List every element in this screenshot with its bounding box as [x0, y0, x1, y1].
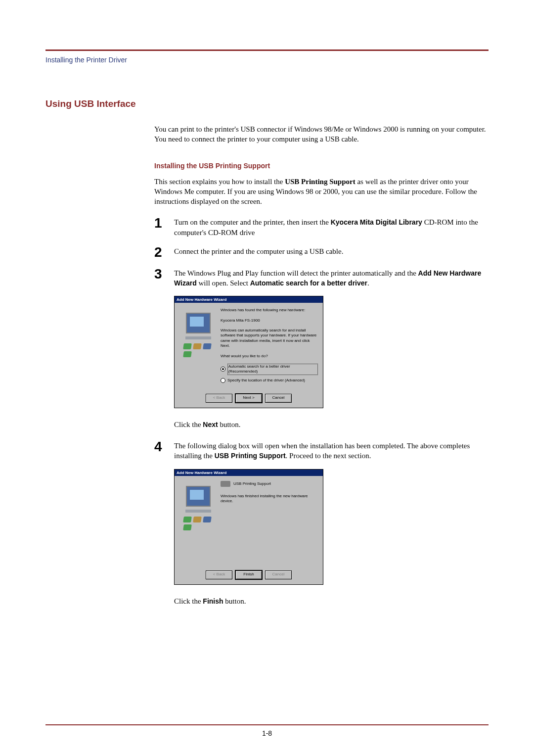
monitor-base-icon [185, 510, 211, 513]
back-button: < Back [206, 570, 232, 579]
page-number: 1-8 [0, 729, 534, 737]
dialog-content: USB Printing Support Windows has finishe… [221, 481, 318, 563]
disk-icon [193, 343, 202, 349]
disk-icon [183, 343, 192, 349]
cancel-button[interactable]: Cancel [265, 394, 292, 403]
text: This section explains you how to install… [154, 178, 285, 186]
step-3: 3 The Windows Plug and Play function wil… [154, 267, 489, 288]
step-text: Turn on the computer and the printer, th… [174, 217, 489, 237]
text: . [367, 279, 369, 287]
dialog-text: Windows has finished installing the new … [221, 494, 318, 504]
text: Turn on the computer and the printer, th… [174, 218, 331, 226]
text: button. [218, 421, 241, 428]
dialog-content: Windows has found the following new hard… [221, 308, 318, 386]
bold-text: Next [203, 421, 218, 428]
step-number: 3 [154, 267, 174, 281]
radio-icon [221, 378, 225, 383]
dialog-title: Add New Hardware Wizard [175, 470, 323, 476]
wizard-dialog-2: Add New Hardware Wizard USB Printing Sup… [174, 469, 323, 585]
back-button: < Back [206, 394, 232, 403]
radio-option-auto[interactable]: Automatic search for a better driver (Re… [221, 364, 318, 375]
step-number: 1 [154, 216, 174, 230]
bottom-rule [45, 724, 489, 725]
dialog-body: USB Printing Support Windows has finishe… [175, 476, 323, 567]
breadcrumb: Installing the Printer Driver [45, 56, 489, 64]
wizard-graphic [179, 308, 217, 386]
monitor-base-icon [185, 336, 211, 339]
finish-button[interactable]: Finish [235, 570, 262, 579]
disk-icon [183, 517, 192, 522]
bold-text: Kyocera Mita Digital Library [331, 218, 422, 226]
sub-heading: Installing the USB Printing Support [154, 162, 489, 170]
device-name: USB Printing Support [233, 481, 271, 486]
section-heading: Using USB Interface [45, 98, 489, 109]
wizard-graphic [179, 481, 217, 563]
radio-label: Specify the location of the driver (Adva… [227, 378, 305, 383]
top-rule [45, 49, 489, 51]
disk-icon [193, 517, 202, 522]
dialog-footer: < Back Finish Cancel [175, 567, 323, 584]
wizard-dialog-1: Add New Hardware Wizard Windows has foun… [174, 296, 323, 408]
radio-label: Automatic search for a better driver (Re… [227, 364, 318, 375]
next-button[interactable]: Next > [235, 394, 262, 403]
bold-text: Finish [203, 597, 223, 605]
monitor-icon [186, 313, 211, 333]
device-row: USB Printing Support [221, 481, 318, 487]
step-2: 2 Connect the printer and the computer u… [154, 245, 489, 259]
disks-icon-group [183, 517, 213, 530]
intro-paragraph: You can print to the printer's USB conne… [154, 124, 489, 144]
step-number: 4 [154, 440, 174, 454]
dialog-prompt: What would you like to do? [221, 354, 318, 359]
text: Click the [174, 597, 203, 605]
text: . Proceed to the next section. [286, 452, 371, 460]
disk-icon [183, 524, 192, 530]
disk-icon [183, 351, 192, 357]
page: Installing the Printer Driver Using USB … [0, 0, 534, 756]
step-text: Connect the printer and the computer usi… [174, 246, 343, 256]
step-text: The following dialog box will open when … [174, 441, 489, 461]
dialog-text: Windows has found the following new hard… [221, 308, 318, 313]
bold-text: Automatic search for a better driver [250, 279, 367, 287]
click-finish-instruction: Click the Finish button. [174, 597, 489, 606]
bold-text: USB Printing Support [285, 178, 356, 186]
monitor-icon [186, 486, 211, 507]
step-number: 2 [154, 245, 174, 259]
text: will open. Select [197, 279, 250, 287]
dialog-footer: < Back Next > Cancel [175, 390, 323, 408]
usb-device-icon [221, 481, 230, 487]
text: The Windows Plug and Play function will … [174, 269, 418, 277]
disk-icon [203, 517, 212, 522]
dialog-title: Add New Hardware Wizard [175, 296, 323, 303]
device-name: Kyocera Mita FS-1900 [221, 318, 318, 323]
text: button. [223, 597, 246, 605]
dialog-text: Windows can automatically search for and… [221, 328, 318, 349]
step-text: The Windows Plug and Play function will … [174, 268, 489, 288]
disks-icon-group [183, 343, 213, 357]
cancel-button: Cancel [265, 570, 292, 579]
content-column: You can print to the printer's USB conne… [154, 124, 489, 606]
step-1: 1 Turn on the computer and the printer, … [154, 216, 489, 237]
radio-option-specify[interactable]: Specify the location of the driver (Adva… [221, 378, 318, 383]
bold-text: USB Printing Support [215, 452, 286, 460]
dialog-body: Windows has found the following new hard… [175, 303, 323, 390]
sub-intro-paragraph: This section explains you how to install… [154, 177, 489, 207]
click-next-instruction: Click the Next button. [174, 421, 489, 429]
disk-icon [203, 343, 212, 349]
radio-icon [221, 367, 225, 372]
text: Click the [174, 421, 203, 428]
step-4: 4 The following dialog box will open whe… [154, 440, 489, 461]
